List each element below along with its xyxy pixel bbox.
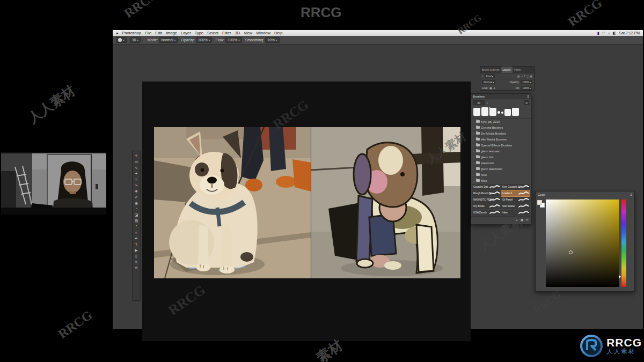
zoom-tool[interactable]: ⊕ <box>133 265 140 271</box>
move-tool[interactable]: ✛ <box>133 153 140 159</box>
smoothing-select[interactable]: 10%▾ <box>265 37 280 43</box>
brush-item[interactable]: Loaded 1 <box>501 190 530 196</box>
flow-select[interactable]: 100%▾ <box>225 37 241 43</box>
crop-tool[interactable]: ⌗ <box>133 176 140 182</box>
gradient-tool[interactable]: ▤ <box>133 218 140 224</box>
brush-tip-thumb[interactable] <box>501 112 503 114</box>
brush-tool[interactable]: ✐ <box>133 194 140 200</box>
new-brush-icon[interactable]: ▣ <box>521 218 524 221</box>
menu-window[interactable]: Window <box>256 31 270 35</box>
brush-angle-icon: ⌁ <box>486 101 488 105</box>
brush-item[interactable]: Star Scatter <box>501 203 530 209</box>
eraser-tool[interactable]: ◪ <box>133 212 140 218</box>
brush-item[interactable]: Dry Bristle <box>472 203 501 209</box>
control-center-icon[interactable]: ◧ <box>613 31 617 35</box>
menu-filter[interactable]: Filter <box>222 31 231 35</box>
brush-folder-item[interactable]: › Dry Media Brushes <box>471 130 531 136</box>
tab-paths[interactable]: Paths <box>513 67 523 73</box>
layers-fill-value[interactable]: 100%▾ <box>521 86 532 90</box>
menu-bar-clock[interactable]: Sat 7:12 PM <box>619 31 640 35</box>
document-canvas[interactable] <box>142 82 471 341</box>
shape-tool[interactable]: ▯ <box>133 253 140 259</box>
dodge-tool[interactable]: ◐ <box>133 230 140 235</box>
path-selection-tool[interactable]: ▶ <box>133 247 140 253</box>
brush-item[interactable]: Kyle Gouache A <box>501 184 530 190</box>
filter-smart-icon[interactable]: ▣ <box>530 75 532 78</box>
brush-tip-thumb[interactable] <box>512 108 519 116</box>
filter-adjustment-icon[interactable]: ◑ <box>521 75 522 78</box>
brush-item[interactable]: Gouache Dab <box>472 184 501 190</box>
lock-transparency-icon[interactable]: ▦ <box>489 86 492 90</box>
panel-menu-icon[interactable]: ≡ <box>527 95 529 98</box>
brush-folder-item[interactable]: › Wet Media Brushes <box>471 136 531 142</box>
brush-size-picker[interactable]: 30▾ <box>130 37 141 43</box>
blend-mode-dropdown[interactable]: Normal▾ <box>482 80 495 84</box>
brush-item[interactable]: KOWZbrush <box>472 210 501 216</box>
eyedropper-tool[interactable]: ✑ <box>133 182 140 188</box>
hand-tool[interactable]: ✳ <box>133 259 140 265</box>
menu-select[interactable]: Select <box>207 31 218 35</box>
lock-position-icon[interactable]: ✛ <box>493 86 495 90</box>
brush-tip-thumb[interactable] <box>497 111 500 114</box>
menu-type[interactable]: Type <box>195 31 203 35</box>
brush-stroke-preview <box>518 197 529 202</box>
color-picker-cursor[interactable] <box>569 250 573 254</box>
foreground-background-swatches[interactable] <box>537 200 545 208</box>
filter-shape-icon[interactable]: ▢ <box>526 75 529 78</box>
saturation-brightness-field[interactable] <box>546 200 619 287</box>
healing-brush-tool[interactable]: ✚ <box>133 188 140 194</box>
menu-3d[interactable]: 3D <box>235 31 240 35</box>
menu-edit[interactable]: Edit <box>155 31 162 35</box>
quick-selection-tool[interactable]: ✦ <box>133 171 140 176</box>
blend-mode-select[interactable]: Normal▾ <box>159 37 178 43</box>
apple-menu-icon[interactable]: ● <box>116 31 118 35</box>
brush-folder-item[interactable]: › glenn watercolor <box>471 166 531 172</box>
menu-view[interactable]: View <box>244 31 252 35</box>
menu-file[interactable]: File <box>145 31 151 35</box>
brush-folder-item[interactable]: › glenn textures <box>471 148 531 154</box>
tab-layers[interactable]: Layers <box>501 67 513 73</box>
marquee-tool[interactable]: ▭ <box>133 159 140 165</box>
new-folder-icon[interactable]: ⊞ <box>516 218 518 221</box>
lasso-tool[interactable]: ∿ <box>133 165 140 171</box>
clone-stamp-tool[interactable]: ◉ <box>133 200 140 206</box>
filter-type-icon[interactable]: T <box>523 75 525 78</box>
brush-folder-item[interactable]: › watercolor <box>471 160 531 166</box>
brush-size-input[interactable]: 30 <box>473 100 485 105</box>
opacity-select[interactable]: 100%▾ <box>196 37 212 43</box>
brush-tip-thumb[interactable] <box>481 107 488 116</box>
pen-tool[interactable]: ✒ <box>133 235 140 241</box>
type-tool[interactable]: T <box>133 241 140 247</box>
history-brush-tool[interactable]: ◔ <box>133 206 140 212</box>
menu-layer[interactable]: Layer <box>181 31 191 35</box>
brush-folder-item[interactable]: › New <box>471 172 531 178</box>
brush-tip-thumb[interactable] <box>473 108 480 116</box>
menu-image[interactable]: Image <box>166 31 177 35</box>
brush-tip-thumb[interactable] <box>504 109 511 116</box>
brush-tip-thumb[interactable] <box>489 108 496 116</box>
filter-kind-select[interactable]: Kind▾ <box>485 74 495 78</box>
foreground-color-swatch[interactable] <box>537 200 542 205</box>
brush-settings-icon[interactable]: ⚙ <box>524 100 529 105</box>
brush-folder-item[interactable]: › General Brushes <box>471 124 531 130</box>
brush-item[interactable]: Oil Pastel <box>501 197 530 203</box>
brush-item[interactable]: Inker <box>501 210 530 216</box>
tab-brush-settings[interactable]: Brush Settings <box>480 67 501 73</box>
tool-preset-picker[interactable]: ▾ <box>116 37 127 43</box>
brush-item[interactable]: Rough Round Br <box>472 190 501 196</box>
delete-brush-icon[interactable]: ▭ <box>525 218 529 221</box>
menu-photoshop[interactable]: Photoshop <box>122 31 141 35</box>
panel-menu-icon[interactable]: ≡ <box>630 193 632 196</box>
brush-folder-item[interactable]: › Special Effects Brushes <box>471 142 531 148</box>
hue-slider-marker[interactable] <box>619 275 621 278</box>
brush-folder-item[interactable]: › Kyle_pa_2019 <box>471 119 531 124</box>
layers-opacity-value[interactable]: 100%▾ <box>521 80 532 84</box>
filter-pixel-icon[interactable]: ▦ <box>517 75 520 78</box>
hue-slider[interactable] <box>621 200 626 287</box>
menu-help[interactable]: Help <box>274 31 282 35</box>
brush-item[interactable]: MAGNETIC PEN 2 <box>472 197 501 203</box>
brush-folder-item[interactable]: ⌄ Misc <box>471 178 531 183</box>
smudge-tool[interactable]: ❜ <box>133 224 140 230</box>
brush-folder-item[interactable]: › glenn b/w <box>471 154 531 160</box>
spotlight-icon[interactable]: ⌕ <box>608 31 610 35</box>
